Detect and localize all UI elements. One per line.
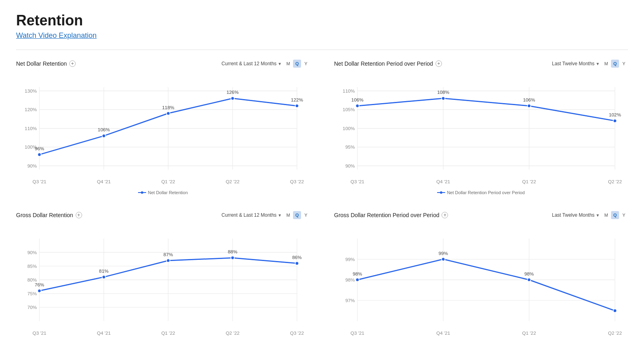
- gross-dollar-retention-chart: Gross Dollar Retention + Current & Last …: [16, 211, 310, 342]
- svg-text:Q3 '22: Q3 '22: [290, 179, 304, 184]
- svg-text:88%: 88%: [228, 249, 237, 255]
- svg-text:122%: 122%: [291, 97, 303, 103]
- svg-text:Q2 '22: Q2 '22: [608, 330, 622, 336]
- svg-text:90%: 90%: [27, 163, 37, 169]
- gdr-pop-plus-icon[interactable]: +: [442, 212, 448, 218]
- svg-text:Q4 '21: Q4 '21: [436, 179, 450, 184]
- ndr-period-dropdown[interactable]: Current & Last 12 Months ▼: [221, 61, 282, 66]
- svg-text:Q3 '21: Q3 '21: [33, 330, 46, 336]
- section-divider: [16, 50, 628, 50]
- ndr-controls: Current & Last 12 Months ▼ M Q Y: [221, 60, 310, 68]
- svg-text:108%: 108%: [437, 89, 450, 95]
- svg-text:Q2 '22: Q2 '22: [608, 179, 622, 184]
- svg-text:110%: 110%: [343, 88, 355, 94]
- svg-text:99%: 99%: [438, 251, 448, 256]
- gdr-pop-mqy-group: M Q Y: [602, 211, 628, 219]
- chart-title-ndr-pop: Net Dollar Retention Period over Period …: [334, 60, 442, 67]
- net-dollar-retention-pop-chart: Net Dollar Retention Period over Period …: [334, 60, 628, 195]
- svg-point-26: [231, 97, 235, 100]
- svg-text:Q4 '21: Q4 '21: [436, 330, 450, 336]
- svg-text:106%: 106%: [523, 97, 535, 103]
- gdr-period-dropdown[interactable]: Current & Last 12 Months ▼: [221, 212, 282, 218]
- gdr-pop-dropdown-arrow: ▼: [596, 213, 600, 218]
- gdr-pop-y-btn[interactable]: Y: [620, 211, 628, 219]
- ndr-plus-icon[interactable]: +: [69, 60, 76, 67]
- svg-point-76: [38, 289, 41, 293]
- svg-text:87%: 87%: [163, 252, 173, 257]
- gdr-pop-chart-area: 97%98%99%Q3 '21Q4 '21Q1 '22Q2 '2298%99%9…: [334, 226, 628, 338]
- svg-text:110%: 110%: [25, 126, 37, 131]
- svg-point-84: [295, 261, 299, 265]
- chart-title-gdr-pop: Gross Dollar Retention Period over Perio…: [334, 212, 448, 218]
- video-explanation-link[interactable]: Watch Video Explanation: [16, 31, 97, 39]
- ndr-pop-q-btn[interactable]: Q: [611, 60, 619, 68]
- chart-title-gdr: Gross Dollar Retention +: [16, 212, 82, 218]
- svg-text:Q3 '21: Q3 '21: [351, 330, 364, 336]
- ndr-chart-area: 90%100%110%120%130%Q3 '21Q4 '21Q1 '22Q2 …: [16, 74, 310, 187]
- svg-point-22: [102, 134, 106, 138]
- svg-text:70%: 70%: [27, 305, 37, 310]
- svg-text:95%: 95%: [345, 144, 355, 150]
- svg-text:Q1 '22: Q1 '22: [161, 330, 175, 336]
- svg-point-102: [442, 257, 445, 261]
- gdr-pop-period-dropdown[interactable]: Last Twelve Months ▼: [552, 212, 600, 218]
- svg-point-20: [38, 153, 41, 156]
- ndr-pop-mqy-group: M Q Y: [602, 60, 628, 68]
- gdr-m-btn[interactable]: M: [284, 211, 292, 219]
- svg-text:98%: 98%: [345, 277, 355, 283]
- svg-text:75%: 75%: [27, 291, 37, 296]
- svg-text:98%: 98%: [524, 271, 534, 277]
- ndr-pop-y-btn[interactable]: Y: [620, 60, 628, 68]
- ndr-pop-m-btn[interactable]: M: [602, 60, 610, 68]
- chart-header-ndr: Net Dollar Retention + Current & Last 12…: [16, 60, 310, 68]
- ndr-y-btn[interactable]: Y: [302, 60, 310, 68]
- gdr-mqy-group: M Q Y: [284, 211, 310, 219]
- gross-dollar-retention-pop-chart: Gross Dollar Retention Period over Perio…: [334, 211, 628, 342]
- gdr-pop-m-btn[interactable]: M: [602, 211, 610, 219]
- svg-text:Q4 '21: Q4 '21: [97, 330, 111, 336]
- svg-text:Q2 '22: Q2 '22: [226, 179, 239, 184]
- gdr-y-btn[interactable]: Y: [302, 211, 310, 219]
- ndr-pop-period-dropdown[interactable]: Last Twelve Months ▼: [552, 61, 600, 66]
- ndr-pop-dropdown-arrow: ▼: [596, 62, 600, 66]
- svg-text:Q3 '22: Q3 '22: [290, 330, 304, 336]
- chart-header-gdr-pop: Gross Dollar Retention Period over Perio…: [334, 211, 628, 219]
- svg-text:120%: 120%: [25, 107, 37, 112]
- svg-text:86%: 86%: [292, 255, 302, 260]
- ndr-dropdown-arrow: ▼: [278, 62, 282, 66]
- svg-text:Q4 '21: Q4 '21: [97, 179, 111, 184]
- gdr-q-btn[interactable]: Q: [293, 211, 301, 219]
- ndr-mqy-group: M Q Y: [284, 60, 310, 68]
- svg-point-100: [356, 278, 359, 282]
- svg-text:130%: 130%: [25, 88, 37, 94]
- svg-text:85%: 85%: [27, 263, 37, 269]
- svg-point-48: [356, 104, 359, 108]
- svg-text:106%: 106%: [351, 97, 364, 103]
- svg-text:81%: 81%: [99, 268, 109, 274]
- ndr-q-btn[interactable]: Q: [293, 60, 301, 68]
- svg-text:Q3 '21: Q3 '21: [33, 179, 46, 184]
- ndr-pop-chart-area: 90%95%100%105%110%Q3 '21Q4 '21Q1 '22Q2 '…: [334, 74, 628, 187]
- svg-point-28: [295, 104, 299, 108]
- svg-point-54: [613, 119, 617, 123]
- gdr-plus-icon[interactable]: +: [76, 212, 82, 218]
- svg-text:Q3 '21: Q3 '21: [351, 179, 364, 184]
- chart-header-ndr-pop: Net Dollar Retention Period over Period …: [334, 60, 628, 68]
- gdr-dropdown-arrow: ▼: [278, 213, 282, 218]
- svg-text:Q1 '22: Q1 '22: [161, 179, 175, 184]
- svg-text:97%: 97%: [345, 298, 355, 303]
- net-dollar-retention-chart: Net Dollar Retention + Current & Last 12…: [16, 60, 310, 195]
- svg-point-78: [102, 275, 106, 279]
- gdr-pop-q-btn[interactable]: Q: [611, 211, 619, 219]
- svg-text:105%: 105%: [343, 107, 355, 112]
- ndr-m-btn[interactable]: M: [284, 60, 292, 68]
- ndr-pop-plus-icon[interactable]: +: [436, 60, 442, 67]
- svg-point-24: [167, 112, 170, 115]
- svg-point-104: [527, 278, 531, 282]
- svg-point-52: [527, 104, 531, 108]
- svg-text:106%: 106%: [98, 127, 110, 133]
- svg-text:Q1 '22: Q1 '22: [522, 179, 536, 184]
- charts-grid: Net Dollar Retention + Current & Last 12…: [16, 60, 628, 342]
- ndr-pop-controls: Last Twelve Months ▼ M Q Y: [552, 60, 628, 68]
- svg-text:100%: 100%: [343, 126, 355, 131]
